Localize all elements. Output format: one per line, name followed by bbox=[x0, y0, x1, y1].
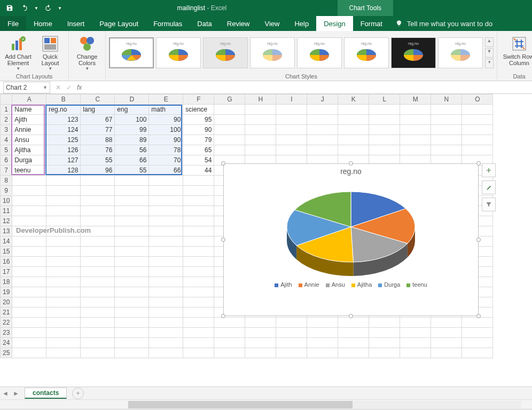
cell-B3[interactable]: 124 bbox=[46, 125, 81, 135]
chart-legend[interactable]: AjithAnnieAnsuAjithaDurgateenu bbox=[224, 281, 478, 288]
cell-C20[interactable] bbox=[81, 297, 115, 308]
cell-K25[interactable] bbox=[338, 348, 369, 358]
cell-B10[interactable] bbox=[46, 196, 81, 206]
cell-E12[interactable] bbox=[149, 216, 183, 226]
cell-E16[interactable] bbox=[149, 257, 183, 267]
legend-item[interactable]: Annie bbox=[299, 281, 319, 288]
cell-E7[interactable]: 66 bbox=[149, 165, 183, 176]
cell-K24[interactable] bbox=[338, 338, 369, 348]
cell-D22[interactable] bbox=[115, 318, 149, 328]
cell-H24[interactable] bbox=[245, 338, 276, 348]
row-header-2[interactable]: 2 bbox=[1, 115, 12, 125]
cell-G22[interactable] bbox=[214, 318, 245, 328]
cell-H23[interactable] bbox=[245, 328, 276, 338]
row-header-20[interactable]: 20 bbox=[1, 297, 12, 308]
cell-N22[interactable] bbox=[431, 318, 462, 328]
cell-D12[interactable] bbox=[115, 216, 149, 226]
cell-A12[interactable] bbox=[12, 216, 46, 226]
cell-K5[interactable] bbox=[338, 145, 369, 155]
tab-design[interactable]: Design bbox=[316, 16, 353, 31]
cell-B12[interactable] bbox=[46, 216, 81, 226]
chart-style-3[interactable]: reg.no bbox=[203, 37, 248, 68]
sheet-nav-next[interactable]: ► bbox=[11, 390, 21, 397]
cell-D21[interactable] bbox=[115, 308, 149, 318]
tab-data[interactable]: Data bbox=[190, 16, 219, 31]
cell-B21[interactable] bbox=[46, 308, 81, 318]
col-header-B[interactable]: B bbox=[46, 94, 81, 105]
cell-B23[interactable] bbox=[46, 328, 81, 338]
cell-H2[interactable] bbox=[245, 115, 276, 125]
cell-B19[interactable] bbox=[46, 287, 81, 297]
cell-F13[interactable] bbox=[183, 226, 214, 236]
cell-D6[interactable]: 66 bbox=[115, 155, 149, 165]
cell-F3[interactable]: 90 bbox=[183, 125, 214, 135]
cell-B13[interactable] bbox=[46, 226, 81, 236]
cell-E18[interactable] bbox=[149, 277, 183, 287]
cell-B9[interactable] bbox=[46, 186, 81, 196]
col-header-D[interactable]: D bbox=[115, 94, 149, 105]
row-header-3[interactable]: 3 bbox=[1, 125, 12, 135]
cell-C3[interactable]: 77 bbox=[81, 125, 115, 135]
cell-H1[interactable] bbox=[245, 105, 276, 115]
new-sheet-button[interactable]: ＋ bbox=[72, 388, 84, 399]
tell-me[interactable]: Tell me what you want to do bbox=[395, 16, 492, 31]
cell-K3[interactable] bbox=[338, 125, 369, 135]
row-header-21[interactable]: 21 bbox=[1, 308, 12, 318]
cell-H3[interactable] bbox=[245, 125, 276, 135]
legend-item[interactable]: Durga bbox=[378, 281, 400, 288]
cell-H4[interactable] bbox=[245, 135, 276, 145]
cell-A3[interactable]: Annie bbox=[12, 125, 46, 135]
cell-G23[interactable] bbox=[214, 328, 245, 338]
name-box[interactable]: Chart 2▼ bbox=[3, 82, 50, 93]
cell-F14[interactable] bbox=[183, 236, 214, 247]
cell-J25[interactable] bbox=[307, 348, 338, 358]
switch-row-column-button[interactable]: Switch Row/ Column bbox=[500, 33, 532, 66]
cell-D19[interactable] bbox=[115, 287, 149, 297]
cell-E21[interactable] bbox=[149, 308, 183, 318]
cell-N25[interactable] bbox=[431, 348, 462, 358]
cell-N5[interactable] bbox=[431, 145, 462, 155]
cell-K2[interactable] bbox=[338, 115, 369, 125]
row-header-9[interactable]: 9 bbox=[1, 186, 12, 196]
cell-O4[interactable] bbox=[462, 135, 493, 145]
row-header-12[interactable]: 12 bbox=[1, 216, 12, 226]
cell-F2[interactable]: 95 bbox=[183, 115, 214, 125]
cell-I2[interactable] bbox=[276, 115, 307, 125]
row-header-11[interactable]: 11 bbox=[1, 206, 12, 216]
cell-F6[interactable]: 54 bbox=[183, 155, 214, 165]
chart-styles-button[interactable] bbox=[482, 180, 496, 194]
cell-F18[interactable] bbox=[183, 277, 214, 287]
col-header-E[interactable]: E bbox=[149, 94, 183, 105]
col-header-N[interactable]: N bbox=[431, 94, 462, 105]
cell-C17[interactable] bbox=[81, 267, 115, 277]
cell-F5[interactable]: 65 bbox=[183, 145, 214, 155]
chart-style-4[interactable]: reg.no bbox=[250, 37, 295, 68]
sheet-nav-prev[interactable]: ◄ bbox=[0, 390, 11, 397]
tab-page-layout[interactable]: Page Layout bbox=[92, 16, 146, 31]
row-header-5[interactable]: 5 bbox=[1, 145, 12, 155]
qat-customize[interactable]: ▼ bbox=[57, 2, 63, 14]
cell-E5[interactable]: 78 bbox=[149, 145, 183, 155]
cell-E22[interactable] bbox=[149, 318, 183, 328]
cell-D11[interactable] bbox=[115, 206, 149, 216]
col-header-J[interactable]: J bbox=[307, 94, 338, 105]
row-header-13[interactable]: 13 bbox=[1, 226, 12, 236]
cell-A22[interactable] bbox=[12, 318, 46, 328]
cell-I3[interactable] bbox=[276, 125, 307, 135]
cell-C15[interactable] bbox=[81, 247, 115, 257]
tab-file[interactable]: File bbox=[0, 16, 26, 31]
cell-N24[interactable] bbox=[431, 338, 462, 348]
cell-B17[interactable] bbox=[46, 267, 81, 277]
cell-B15[interactable] bbox=[46, 247, 81, 257]
col-header-G[interactable]: G bbox=[214, 94, 245, 105]
cell-A11[interactable] bbox=[12, 206, 46, 216]
cell-E4[interactable]: 90 bbox=[149, 135, 183, 145]
cell-D25[interactable] bbox=[115, 348, 149, 358]
cell-F21[interactable] bbox=[183, 308, 214, 318]
chart-style-2[interactable]: reg.no bbox=[156, 37, 201, 68]
cell-M23[interactable] bbox=[400, 328, 431, 338]
cell-E14[interactable] bbox=[149, 236, 183, 247]
cell-B7[interactable]: 128 bbox=[46, 165, 81, 176]
row-header-19[interactable]: 19 bbox=[1, 287, 12, 297]
cell-C5[interactable]: 76 bbox=[81, 145, 115, 155]
